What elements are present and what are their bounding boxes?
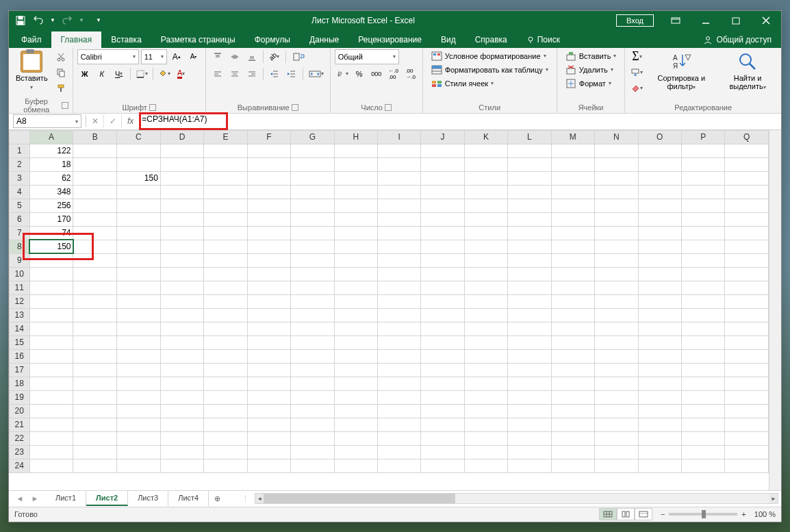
cell-K15[interactable] <box>464 335 507 349</box>
row-header[interactable]: 21 <box>10 418 30 431</box>
sheet-nav-next-icon[interactable]: ► <box>29 493 40 504</box>
cell-A18[interactable] <box>29 377 73 390</box>
cell-L9[interactable] <box>508 253 551 267</box>
column-header[interactable]: K <box>464 130 507 144</box>
cell-H21[interactable] <box>334 418 377 431</box>
cell-K20[interactable] <box>464 404 507 418</box>
search-button[interactable]: Поиск <box>517 31 570 48</box>
cell-E16[interactable] <box>204 349 247 363</box>
cell-J20[interactable] <box>421 404 464 418</box>
cell-K12[interactable] <box>464 294 507 308</box>
cell-A24[interactable] <box>29 459 73 472</box>
cell-D17[interactable] <box>160 363 203 377</box>
cell-F9[interactable] <box>247 253 290 267</box>
cell-D24[interactable] <box>160 459 203 472</box>
cell-A13[interactable] <box>29 308 73 322</box>
cell-J1[interactable] <box>421 144 464 157</box>
align-center-icon[interactable] <box>227 66 242 81</box>
cell-P14[interactable] <box>681 322 724 335</box>
cell-H2[interactable] <box>334 157 377 171</box>
cell-F18[interactable] <box>247 377 290 390</box>
cell-B6[interactable] <box>73 212 116 226</box>
row-header[interactable]: 5 <box>10 199 30 212</box>
row-header[interactable]: 13 <box>10 308 30 322</box>
cell-L23[interactable] <box>508 445 551 459</box>
cell-A22[interactable] <box>29 431 73 445</box>
cell-O7[interactable] <box>638 226 681 240</box>
cell-B8[interactable] <box>73 240 116 253</box>
cell-J22[interactable] <box>421 431 464 445</box>
cell-C18[interactable] <box>116 377 160 390</box>
cell-E17[interactable] <box>204 363 247 377</box>
cell-K21[interactable] <box>464 418 507 431</box>
row-header[interactable]: 20 <box>10 404 30 418</box>
cell-E19[interactable] <box>204 390 247 404</box>
cell-O4[interactable] <box>638 185 681 199</box>
cell-O5[interactable] <box>638 199 681 212</box>
cell-L14[interactable] <box>508 322 551 335</box>
cell-Q9[interactable] <box>725 253 769 267</box>
cell-K18[interactable] <box>464 377 507 390</box>
cell-F3[interactable] <box>247 171 290 185</box>
column-header[interactable]: J <box>421 130 464 144</box>
format-painter-icon[interactable] <box>53 81 68 96</box>
cell-I4[interactable] <box>378 185 421 199</box>
cell-F23[interactable] <box>247 445 290 459</box>
cell-G2[interactable] <box>291 157 334 171</box>
cell-J21[interactable] <box>421 418 464 431</box>
cell-G5[interactable] <box>291 199 334 212</box>
cell-C12[interactable] <box>116 294 160 308</box>
login-button[interactable]: Вход <box>616 14 654 27</box>
cell-D22[interactable] <box>160 431 203 445</box>
cell-P12[interactable] <box>681 294 724 308</box>
cell-L13[interactable] <box>508 308 551 322</box>
cell-O14[interactable] <box>638 322 681 335</box>
cell-J23[interactable] <box>421 445 464 459</box>
column-header[interactable]: O <box>638 130 681 144</box>
cell-N9[interactable] <box>595 253 638 267</box>
cell-B21[interactable] <box>73 418 116 431</box>
cell-I6[interactable] <box>378 212 421 226</box>
cell-G22[interactable] <box>291 431 334 445</box>
cell-M2[interactable] <box>551 157 594 171</box>
cell-Q11[interactable] <box>725 281 769 294</box>
cell-J6[interactable] <box>421 212 464 226</box>
cell-F14[interactable] <box>247 322 290 335</box>
cell-J16[interactable] <box>421 349 464 363</box>
cell-C4[interactable] <box>116 185 160 199</box>
cell-G18[interactable] <box>291 377 334 390</box>
cell-C6[interactable] <box>116 212 160 226</box>
font-dialog-icon[interactable] <box>149 104 156 111</box>
cell-D12[interactable] <box>160 294 203 308</box>
formula-input[interactable]: =СРЗНАЧ(A1:A7) <box>139 114 781 128</box>
cell-M22[interactable] <box>551 431 594 445</box>
align-middle-icon[interactable] <box>227 49 242 64</box>
cell-L12[interactable] <box>508 294 551 308</box>
row-header[interactable]: 14 <box>10 322 30 335</box>
column-header[interactable]: D <box>160 130 203 144</box>
cell-J19[interactable] <box>421 390 464 404</box>
cell-O24[interactable] <box>638 459 681 472</box>
cell-C14[interactable] <box>116 322 160 335</box>
row-header[interactable]: 10 <box>10 267 30 281</box>
cell-J17[interactable] <box>421 363 464 377</box>
cell-P8[interactable] <box>681 240 724 253</box>
cell-M20[interactable] <box>551 404 594 418</box>
cell-E7[interactable] <box>204 226 247 240</box>
cell-C9[interactable] <box>116 253 160 267</box>
cell-I16[interactable] <box>378 349 421 363</box>
cell-N24[interactable] <box>595 459 638 472</box>
cell-K13[interactable] <box>464 308 507 322</box>
cell-E6[interactable] <box>204 212 247 226</box>
cell-M18[interactable] <box>551 377 594 390</box>
cell-N19[interactable] <box>595 390 638 404</box>
underline-icon[interactable]: Ч ▾ <box>112 66 127 81</box>
cell-B12[interactable] <box>73 294 116 308</box>
cell-I8[interactable] <box>378 240 421 253</box>
cell-I3[interactable] <box>378 171 421 185</box>
font-size-dropdown[interactable]: 11▾ <box>141 49 167 64</box>
cell-H19[interactable] <box>334 390 377 404</box>
cell-G3[interactable] <box>291 171 334 185</box>
cell-A16[interactable] <box>29 349 73 363</box>
tab-layout[interactable]: Разметка страницы <box>151 31 245 48</box>
